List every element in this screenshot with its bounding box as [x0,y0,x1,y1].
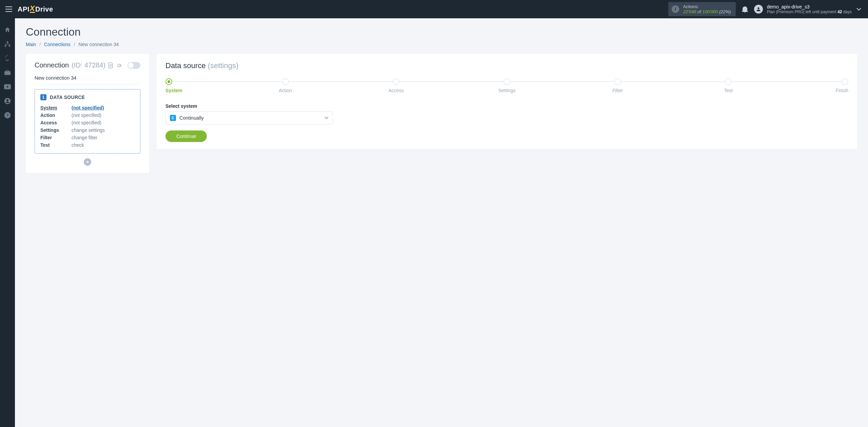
step-dot-icon [504,78,510,85]
notifications-icon[interactable] [741,6,749,13]
wizard-step[interactable]: Filter [609,78,627,93]
user-name: demo_apix-drive_s3 [767,4,852,9]
step-dot-icon [165,78,172,85]
ds-row-value: change filter [72,135,135,140]
system-icon: C [170,115,176,121]
data-source-title: DATA SOURCE [50,95,85,100]
nav-briefcase-icon[interactable] [4,69,11,76]
step-label: Finish [830,88,848,93]
actions-usage-pill[interactable]: i Actions: 22'048 of 100'000 (22%) [668,2,736,16]
connection-head-id: (ID: 47284) [72,61,105,69]
app-header: API X Drive i Actions: 22'048 of 100'000… [0,0,868,18]
step-dot-icon [725,78,732,85]
select-system-label: Select system [165,103,848,109]
info-icon: i [672,5,679,13]
document-icon[interactable] [108,62,114,68]
logo-part1: API [18,5,29,13]
step-dot-icon [393,78,399,85]
step-label: System [165,88,184,93]
breadcrumb-main[interactable]: Main [26,42,36,47]
ds-row-value: (not specified) [72,113,135,118]
wizard-step[interactable]: Settings [498,78,516,93]
user-plan: Plan |Premium PRO| left until payment 42… [767,9,852,14]
step-dot-icon [614,78,621,85]
wizard-step[interactable]: Test [719,78,737,93]
app-logo[interactable]: API X Drive [18,5,53,13]
actions-value: 22'048 of 100'000 (22%) [683,9,731,14]
svg-rect-1 [7,41,8,43]
nav-billing-icon[interactable] [4,55,11,62]
gear-icon[interactable] [116,63,122,68]
nav-video-icon[interactable] [4,83,11,90]
breadcrumb-current: New connection 34 [79,42,119,47]
avatar-icon [754,5,763,14]
connection-enable-toggle[interactable] [127,62,140,69]
connection-name: New connection 34 [35,75,140,84]
wizard-step[interactable]: Access [387,78,405,93]
svg-rect-2 [5,45,6,46]
svg-rect-3 [8,45,10,46]
step-dot-icon [842,78,848,85]
breadcrumb-connections[interactable]: Connections [44,42,71,47]
data-source-box: 1 DATA SOURCE System(not specified)Actio… [35,89,140,154]
wizard-step[interactable]: Action [276,78,295,93]
svg-point-0 [757,7,759,9]
nav-connections-icon[interactable] [4,41,11,47]
ds-row-key: Action [40,113,70,118]
ds-row-key: Access [40,120,70,125]
ds-row-value: change settings [72,127,135,133]
step-label: Filter [609,88,627,93]
logo-x: X [30,5,35,13]
step-dot-icon [282,78,289,85]
wizard-step[interactable]: System [165,78,184,93]
data-source-settings-card: Data source (settings) SystemActionAcces… [157,54,857,149]
svg-text:?: ? [6,113,8,117]
select-system-dropdown[interactable]: C Continually [165,111,333,124]
connection-head-label: Connection [35,61,69,69]
hamburger-icon[interactable] [5,5,13,13]
chevron-down-icon[interactable] [856,7,863,11]
add-destination-button[interactable]: + [84,158,91,166]
actions-label: Actions: [683,4,731,9]
step-label: Access [387,88,405,93]
wizard-stepper: SystemActionAccessSettingsFilterTestFini… [165,78,848,93]
continue-button[interactable]: Continue [165,130,207,142]
ds-row-key: Filter [40,135,70,140]
nav-help-icon[interactable]: ? [4,112,11,119]
select-system-value: Continually [179,115,204,121]
breadcrumb: Main / Connections / New connection 34 [26,42,857,47]
ds-row-value-link[interactable]: (not specified) [72,105,135,110]
connection-summary-card: Connection (ID: 47284) New connection 34… [26,54,149,173]
nav-sidebar: ? [0,18,15,427]
step-badge-1: 1 [40,94,46,100]
nav-home-icon[interactable] [4,26,11,33]
main-content: Connection Main / Connections / New conn… [15,18,868,427]
ds-row-key: Test [40,142,70,148]
ds-row-value: (not specified) [72,120,135,125]
wizard-step[interactable]: Finish [830,78,848,93]
ds-row-key: System [40,105,70,110]
page-title: Connection [26,26,857,38]
user-menu[interactable]: demo_apix-drive_s3 Plan |Premium PRO| le… [754,4,852,14]
step-label: Settings [498,88,516,93]
ds-row-value: check [72,142,135,148]
chevron-down-icon [324,117,329,119]
step-label: Test [719,88,737,93]
logo-part2: Drive [35,5,53,13]
ds-row-key: Settings [40,127,70,133]
ds-heading: Data source [165,61,208,70]
ds-heading-sub: (settings) [208,61,238,70]
svg-point-6 [6,99,8,101]
nav-account-icon[interactable] [4,98,11,104]
step-label: Action [276,88,295,93]
